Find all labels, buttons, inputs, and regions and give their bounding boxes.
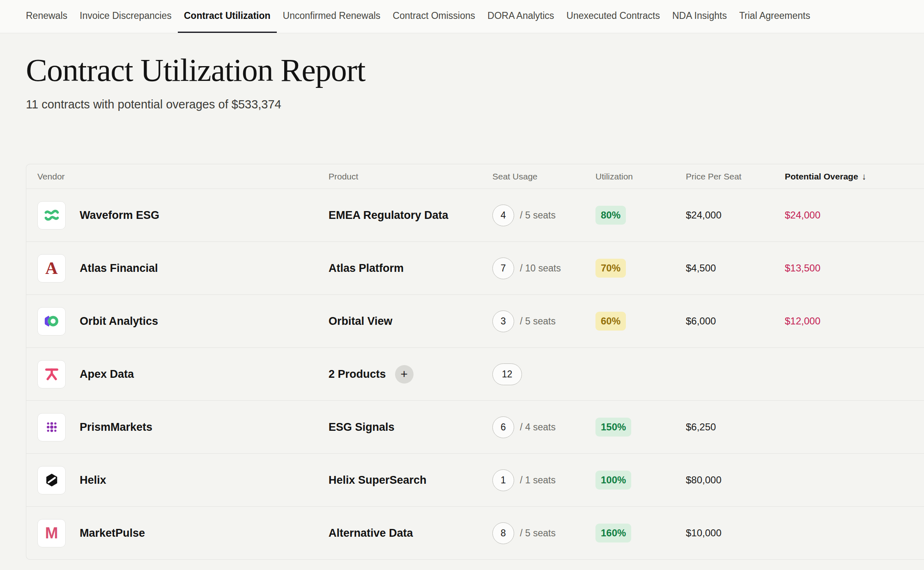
utilization-badge: 150% <box>595 418 631 437</box>
price-per-seat: $80,000 <box>686 474 722 485</box>
vendor-name: Helix <box>80 474 106 487</box>
contract-utilization-table: Vendor Product Seat Usage Utilization Pr… <box>26 164 924 560</box>
table-row[interactable]: A Atlas Financial Atlas Platform 7 / 10 … <box>26 241 924 294</box>
product-name: ESG Signals <box>329 421 395 434</box>
seats-total-label: / 5 seats <box>520 210 556 221</box>
seats-used-badge: 12 <box>492 363 522 385</box>
table-row[interactable]: Helix Helix SuperSearch 1 / 1 seats 100%… <box>26 453 924 506</box>
apex-data-logo-icon <box>37 360 66 388</box>
tab-nda-insights[interactable]: NDA Insights <box>666 0 733 33</box>
column-header-seat-usage[interactable]: Seat Usage <box>481 172 584 182</box>
utilization-badge: 160% <box>595 524 631 542</box>
seats-used-badge: 8 <box>492 522 514 544</box>
column-header-potential-overage[interactable]: Potential Overage ↓ <box>774 171 924 182</box>
utilization-badge: 70% <box>595 259 626 278</box>
tab-trial-agreements[interactable]: Trial Agreements <box>733 0 816 33</box>
column-header-product[interactable]: Product <box>317 172 481 182</box>
potential-overage: $24,000 <box>785 209 821 221</box>
product-name: Orbital View <box>329 315 393 328</box>
waveform-esg-logo-icon <box>37 201 66 230</box>
vendor-name: Apex Data <box>80 368 134 381</box>
seats-used-badge: 1 <box>492 469 514 491</box>
seats-used-badge: 6 <box>492 416 514 438</box>
tab-unconfirmed-renewals[interactable]: Unconfirmed Renewals <box>277 0 387 33</box>
product-name: Helix SuperSearch <box>329 474 427 487</box>
seats-used-badge: 4 <box>492 205 514 226</box>
seats-total-label: / 1 seats <box>520 475 556 486</box>
potential-overage: $13,500 <box>785 262 821 274</box>
tab-renewals[interactable]: Renewals <box>20 0 74 33</box>
helix-logo-icon <box>37 466 66 494</box>
sort-descending-icon: ↓ <box>862 171 867 182</box>
price-per-seat: $6,250 <box>686 421 716 432</box>
top-nav: Renewals Invoice Discrepancies Contract … <box>0 0 924 33</box>
column-header-utilization[interactable]: Utilization <box>584 172 675 182</box>
seats-used-badge: 3 <box>492 310 514 332</box>
tab-dora-analytics[interactable]: DORA Analytics <box>481 0 560 33</box>
table-row[interactable]: M MarketPulse Alternative Data 8 / 5 sea… <box>26 506 924 559</box>
price-per-seat: $24,000 <box>686 209 722 221</box>
column-header-potential-overage-label: Potential Overage <box>785 172 858 182</box>
atlas-financial-logo-icon: A <box>37 254 66 283</box>
seats-used-badge: 7 <box>492 257 514 279</box>
tab-unexecuted-contracts[interactable]: Unexecuted Contracts <box>560 0 666 33</box>
table-header-row: Vendor Product Seat Usage Utilization Pr… <box>26 164 924 188</box>
marketpulse-logo-icon: M <box>37 519 66 547</box>
price-per-seat: $4,500 <box>686 262 716 274</box>
marketpulse-logo-letter: M <box>45 524 58 542</box>
price-per-seat: $10,000 <box>686 527 722 538</box>
expand-products-button[interactable]: + <box>395 365 414 384</box>
column-header-price-per-seat[interactable]: Price Per Seat <box>675 172 774 182</box>
utilization-badge: 60% <box>595 312 626 331</box>
tab-contract-omissions[interactable]: Contract Omissions <box>386 0 481 33</box>
seats-total-label: / 4 seats <box>520 422 556 433</box>
utilization-badge: 100% <box>595 471 631 490</box>
vendor-name: MarketPulse <box>80 527 145 540</box>
table-row[interactable]: PrismMarkets ESG Signals 6 / 4 seats 150… <box>26 400 924 453</box>
vendor-name: Orbit Analytics <box>80 315 158 328</box>
utilization-badge: 80% <box>595 206 626 225</box>
orbit-analytics-logo-icon <box>37 307 66 336</box>
atlas-logo-letter: A <box>45 258 57 278</box>
seats-total-label: / 5 seats <box>520 316 556 327</box>
prismmarkets-logo-icon <box>37 413 66 441</box>
vendor-name: Atlas Financial <box>80 262 158 275</box>
table-row[interactable]: Waveform ESG EMEA Regulatory Data 4 / 5 … <box>26 188 924 241</box>
vendor-name: Waveform ESG <box>80 209 159 222</box>
seats-total-label: / 10 seats <box>520 263 561 274</box>
vendor-name: PrismMarkets <box>80 421 152 434</box>
potential-overage: $12,000 <box>785 315 821 326</box>
tab-contract-utilization[interactable]: Contract Utilization <box>178 0 277 33</box>
table-row[interactable]: Apex Data 2 Products + 12 <box>26 347 924 400</box>
tab-invoice-discrepancies[interactable]: Invoice Discrepancies <box>74 0 178 33</box>
table-row[interactable]: Orbit Analytics Orbital View 3 / 5 seats… <box>26 294 924 347</box>
page-title: Contract Utilization Report <box>26 52 924 88</box>
product-name: Atlas Platform <box>329 262 404 275</box>
product-name: Alternative Data <box>329 527 413 540</box>
page-subtitle: 11 contracts with potential overages of … <box>26 98 924 111</box>
column-header-vendor[interactable]: Vendor <box>26 172 317 182</box>
price-per-seat: $6,000 <box>686 315 716 326</box>
seats-total-label: / 5 seats <box>520 528 556 539</box>
product-name: 2 Products <box>329 368 386 381</box>
product-name: EMEA Regulatory Data <box>329 209 448 222</box>
